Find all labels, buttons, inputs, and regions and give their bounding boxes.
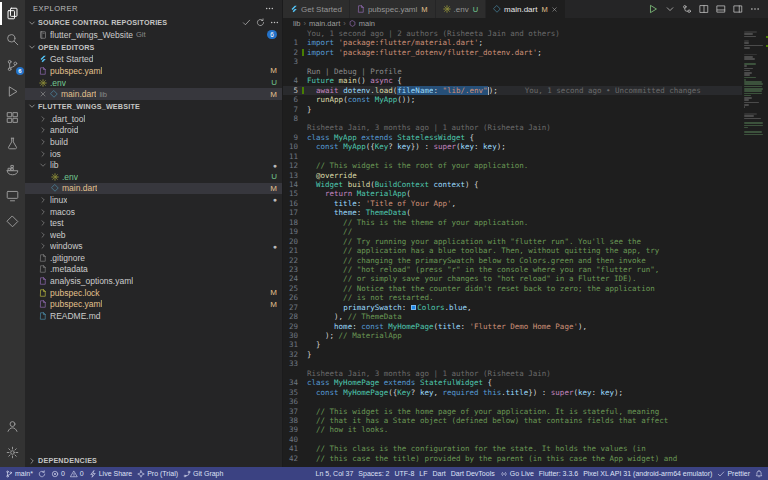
breadcrumb-item-lib[interactable]: lib	[293, 19, 301, 28]
tree-folder-linux[interactable]: linux●	[25, 194, 282, 206]
tree-file-metadata[interactable]: .metadata	[25, 264, 282, 276]
branch-indicator[interactable]: main*	[5, 470, 33, 478]
code-line[interactable]: 26 // is not restarted.	[283, 293, 768, 302]
tab-close-icon[interactable]	[551, 6, 558, 13]
notifications-bell[interactable]	[755, 470, 763, 478]
encoding[interactable]: UTF-8	[394, 470, 414, 477]
line-number[interactable]: 18	[283, 218, 307, 227]
tree-folder-build[interactable]: build	[25, 136, 282, 148]
tree-file-pubspec-yaml[interactable]: pubspec.yamlM	[25, 298, 282, 310]
code-line[interactable]: 3	[283, 57, 768, 66]
line-number[interactable]: 35	[283, 388, 307, 397]
code-line[interactable]: 28 ), // ThemeData	[283, 312, 768, 321]
activity-testing[interactable]	[0, 132, 25, 155]
tree-folder-web[interactable]: web	[25, 229, 282, 241]
code-line[interactable]: 41 // This class is the configuration fo…	[283, 444, 768, 453]
live-share[interactable]: Live Share	[89, 470, 132, 478]
tree-folder-lib[interactable]: lib●	[25, 159, 282, 171]
more-actions-icon[interactable]	[270, 18, 279, 27]
code-line[interactable]: 5 await dotenv.load(fileName: "lib/.env"…	[283, 86, 768, 95]
open-editor-main-dart[interactable]: main.dartlibM	[25, 88, 282, 100]
open-editor-pubspec-yaml[interactable]: pubspec.yamlM	[25, 65, 282, 77]
activity-dart[interactable]	[0, 210, 25, 233]
minimap[interactable]	[742, 29, 768, 467]
code-line[interactable]: 30 ); // MaterialApp	[283, 331, 768, 340]
code-line[interactable]: 34class MyHomePage extends StatefulWidge…	[283, 378, 768, 387]
code-line[interactable]: 39 // how it looks.	[283, 425, 768, 434]
line-number[interactable]: 13	[283, 171, 307, 180]
line-number[interactable]: 33	[283, 359, 307, 368]
code-line[interactable]: 9class MyApp extends StatelessWidget {	[283, 133, 768, 142]
line-number[interactable]: 26	[283, 293, 307, 302]
code-line[interactable]: 7}	[283, 105, 768, 114]
code-line[interactable]: 15 return MaterialApp(	[283, 189, 768, 198]
line-number[interactable]: 27	[283, 303, 307, 312]
code-line[interactable]: 38 // that it has a State object (define…	[283, 416, 768, 425]
line-number[interactable]: 20	[283, 237, 307, 246]
code-line[interactable]: 27 primarySwatch: Colors.blue,	[283, 303, 768, 312]
code-line[interactable]: 1import 'package:flutter/material.dart';	[283, 38, 768, 47]
tree-file-analysis-options-yaml[interactable]: analysis_options.yaml	[25, 275, 282, 287]
line-number[interactable]: 40	[283, 435, 307, 444]
code-line[interactable]: 22 // changing the primarySwatch below t…	[283, 256, 768, 265]
codelens-line[interactable]: Run | Debug | Profile	[283, 67, 768, 76]
line-number[interactable]: 29	[283, 322, 307, 331]
activity-search[interactable]	[0, 28, 25, 51]
code-line[interactable]: 23 // "hot reload" (press "r" in the con…	[283, 265, 768, 274]
activity-settings[interactable]	[0, 441, 25, 464]
device-selector[interactable]: Pixel XL API 31 (android-arm64 emulator)	[583, 470, 712, 477]
code-line[interactable]: 10 const MyApp({Key? key}) : super(key: …	[283, 142, 768, 151]
code-editor[interactable]: You, 1 second ago | 2 authors (Risheeta …	[283, 29, 768, 467]
activity-docker[interactable]	[0, 158, 25, 181]
code-line[interactable]: 18 // This is the theme of your applicat…	[283, 218, 768, 227]
line-number[interactable]: 2	[283, 48, 307, 57]
tree-file-gitignore[interactable]: .gitignore	[25, 252, 282, 264]
pro-trial[interactable]: Pro (Trial)	[137, 470, 178, 478]
activity-source-control[interactable]: 6	[0, 54, 25, 77]
cursor-position[interactable]: Ln 5, Col 37	[316, 470, 354, 477]
line-number[interactable]: 4	[283, 76, 307, 85]
tab-main-dart[interactable]: main.dartM	[486, 0, 566, 18]
code-line[interactable]: 12 // This widget is the root of your ap…	[283, 161, 768, 170]
open-editors-header[interactable]: OPEN EDITORS	[25, 41, 282, 54]
line-number[interactable]: 39	[283, 425, 307, 434]
blame-annotation[interactable]: Risheeta Jain, 3 months ago | 1 author (…	[283, 369, 768, 378]
code-line[interactable]: 24 // or simply save your changes to "ho…	[283, 274, 768, 283]
code-line[interactable]: 4Future main() async {	[283, 76, 768, 85]
tree-file-env[interactable]: .envU	[25, 171, 282, 183]
language-mode[interactable]: Dart	[433, 470, 446, 477]
tree-folder-windows[interactable]: windows●	[25, 241, 282, 253]
commit-icon[interactable]	[242, 18, 251, 27]
code-line[interactable]: 31 }	[283, 340, 768, 349]
line-number[interactable]: 28	[283, 312, 307, 321]
line-number[interactable]: 25	[283, 284, 307, 293]
line-number[interactable]: 12	[283, 161, 307, 170]
line-number[interactable]: 14	[283, 180, 307, 189]
line-number[interactable]: 11	[283, 152, 307, 161]
errors-count[interactable]: 0	[51, 470, 65, 478]
line-number[interactable]: 15	[283, 189, 307, 198]
split-editor-button[interactable]	[699, 4, 709, 14]
line-number[interactable]: 10	[283, 142, 307, 151]
tree-folder-android[interactable]: android	[25, 125, 282, 137]
eol[interactable]: LF	[419, 470, 427, 477]
blame-annotation[interactable]: Risheeta Jain, 3 months ago | 1 author (…	[283, 123, 768, 132]
line-number[interactable]: 34	[283, 378, 307, 387]
line-number[interactable]: 7	[283, 105, 307, 114]
code-line[interactable]: 42 // this case the title) provided by t…	[283, 454, 768, 463]
breadcrumb-item-main-dart[interactable]: main.dart	[309, 19, 340, 28]
flutter-version[interactable]: Flutter: 3.3.6	[539, 470, 578, 477]
open-changes-button[interactable]	[682, 4, 692, 14]
run-file-button[interactable]	[648, 4, 658, 14]
code-line[interactable]: 40	[283, 435, 768, 444]
activity-explorer[interactable]	[0, 2, 25, 25]
refresh-icon[interactable]	[256, 18, 265, 27]
scm-repo-row[interactable]: flutter_wings_Website Git 6	[25, 29, 282, 41]
line-number[interactable]: 5	[283, 86, 307, 95]
activity-extensions[interactable]	[0, 106, 25, 129]
line-number[interactable]: 21	[283, 246, 307, 255]
line-number[interactable]: 19	[283, 227, 307, 236]
line-number[interactable]: 36	[283, 397, 307, 406]
tab-get-started[interactable]: Get Started	[283, 0, 350, 18]
line-number[interactable]: 31	[283, 340, 307, 349]
